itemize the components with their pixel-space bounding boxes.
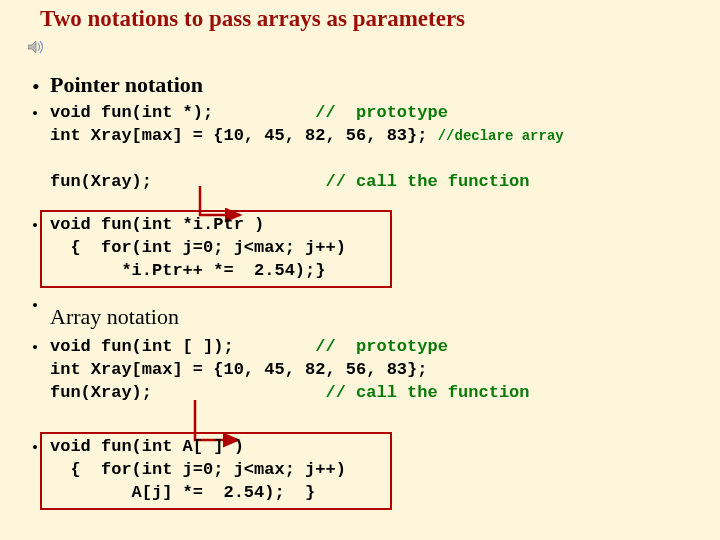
pointer-code-block: void fun(int *); // prototype int Xray[m… bbox=[50, 102, 564, 194]
code-line: int Xray[max] = {10, 45, 82, 56, 83}; bbox=[50, 360, 427, 379]
bullet-dot: • bbox=[32, 338, 38, 358]
code-line: void fun(int A[ ] ) bbox=[50, 437, 244, 456]
heading-pointer-notation: Pointer notation bbox=[50, 72, 203, 98]
svg-marker-0 bbox=[28, 41, 36, 53]
comment: // prototype bbox=[315, 337, 448, 356]
bullet-dot: • bbox=[32, 74, 40, 100]
slide-title: Two notations to pass arrays as paramete… bbox=[40, 6, 465, 32]
code-line: void fun(int [ ]); bbox=[50, 337, 315, 356]
code-line: { for(int j=0; j<max; j++) bbox=[50, 238, 346, 257]
bullet-dot: • bbox=[32, 104, 38, 124]
code-line: void fun(int *); bbox=[50, 103, 315, 122]
code-line: fun(Xray); bbox=[50, 172, 325, 191]
bullet-dot: • bbox=[32, 216, 38, 236]
code-line: fun(Xray); bbox=[50, 383, 325, 402]
comment: //declare array bbox=[438, 128, 564, 144]
code-line: A[j] *= 2.54); } bbox=[50, 483, 315, 502]
pointer-def-code: void fun(int *i.Ptr ) { for(int j=0; j<m… bbox=[50, 214, 346, 283]
heading-array-notation: Array notation bbox=[50, 304, 179, 330]
comment: // call the function bbox=[325, 172, 529, 191]
code-line: void fun(int *i.Ptr ) bbox=[50, 215, 264, 234]
code-line: { for(int j=0; j<max; j++) bbox=[50, 460, 346, 479]
code-line: *i.Ptr++ *= 2.54);} bbox=[50, 261, 325, 280]
bullet-dot: • bbox=[32, 438, 38, 458]
comment: // prototype bbox=[315, 103, 448, 122]
code-line: int Xray[max] = {10, 45, 82, 56, 83}; bbox=[50, 126, 438, 145]
array-def-code: void fun(int A[ ] ) { for(int j=0; j<max… bbox=[50, 436, 346, 505]
comment: // call the function bbox=[325, 383, 529, 402]
array-code-block: void fun(int [ ]); // prototype int Xray… bbox=[50, 336, 530, 405]
speaker-icon bbox=[28, 40, 46, 54]
bullet-dot: • bbox=[32, 296, 38, 316]
